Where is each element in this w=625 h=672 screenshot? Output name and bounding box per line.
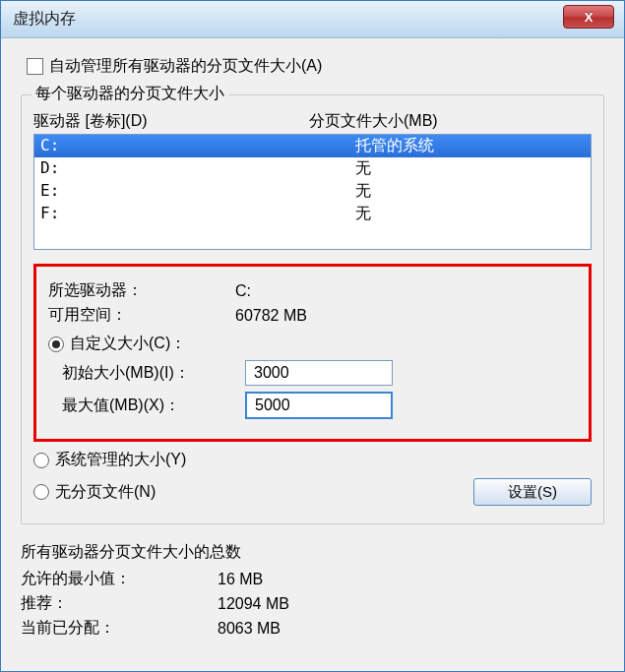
free-space-label: 可用空间： bbox=[48, 305, 235, 326]
drive-letter: E: bbox=[40, 181, 355, 202]
custom-size-highlight: 所选驱动器： C: 可用空间： 60782 MB 自定义大小(C)： 初始大小(… bbox=[33, 264, 592, 442]
selected-drive-label: 所选驱动器： bbox=[48, 280, 235, 301]
header-paging-col: 分页文件大小(MB) bbox=[309, 111, 592, 132]
set-button-label: 设置(S) bbox=[508, 483, 557, 502]
recommended-row: 推荐： 12094 MB bbox=[21, 593, 604, 614]
max-size-row: 最大值(MB)(X)： bbox=[48, 392, 577, 419]
drive-row-f[interactable]: F: 无 bbox=[34, 203, 591, 225]
close-button[interactable]: X bbox=[563, 5, 614, 29]
current-value: 8063 MB bbox=[218, 620, 281, 638]
current-label: 当前已分配： bbox=[21, 618, 218, 639]
system-managed-radio[interactable]: 系统管理的大小(Y) bbox=[33, 450, 592, 470]
custom-size-radio[interactable]: 自定义大小(C)： bbox=[48, 334, 577, 354]
drive-row-e[interactable]: E: 无 bbox=[34, 180, 591, 203]
recommended-label: 推荐： bbox=[21, 593, 218, 614]
system-managed-label: 系统管理的大小(Y) bbox=[55, 450, 186, 470]
content-area: 自动管理所有驱动器的分页文件大小(A) 每个驱动器的分页文件大小 驱动器 [卷标… bbox=[1, 38, 624, 652]
header-drive-col: 驱动器 [卷标](D) bbox=[33, 111, 309, 132]
min-label: 允许的最小值： bbox=[21, 569, 218, 589]
drive-paging: 无 bbox=[355, 204, 585, 224]
auto-manage-checkbox-row[interactable]: 自动管理所有驱动器的分页文件大小(A) bbox=[27, 56, 604, 77]
min-row: 允许的最小值： 16 MB bbox=[21, 569, 604, 589]
close-icon: X bbox=[585, 10, 594, 25]
drive-row-c[interactable]: C: 托管的系统 bbox=[34, 135, 591, 157]
drives-fieldset: 每个驱动器的分页文件大小 驱动器 [卷标](D) 分页文件大小(MB) C: 托… bbox=[21, 94, 604, 524]
virtual-memory-dialog: 虚拟内存 X 自动管理所有驱动器的分页文件大小(A) 每个驱动器的分页文件大小 … bbox=[0, 0, 625, 672]
no-paging-radio[interactable]: 无分页文件(N) bbox=[33, 482, 468, 503]
auto-manage-label: 自动管理所有驱动器的分页文件大小(A) bbox=[49, 56, 322, 77]
initial-size-input[interactable] bbox=[245, 360, 393, 386]
max-size-label: 最大值(MB)(X)： bbox=[48, 396, 245, 416]
current-row: 当前已分配： 8063 MB bbox=[21, 618, 604, 639]
other-options: 系统管理的大小(Y) 无分页文件(N) 设置(S) bbox=[33, 450, 592, 506]
window-title: 虚拟内存 bbox=[1, 9, 76, 30]
titlebar: 虚拟内存 X bbox=[1, 1, 624, 38]
drive-paging: 无 bbox=[355, 181, 585, 202]
totals-heading: 所有驱动器分页文件大小的总数 bbox=[21, 542, 604, 563]
initial-size-row: 初始大小(MB)(I)： bbox=[48, 360, 577, 386]
drive-row-d[interactable]: D: 无 bbox=[34, 157, 591, 180]
checkbox-icon bbox=[27, 58, 43, 75]
free-space-value: 60782 MB bbox=[235, 307, 307, 325]
drive-list[interactable]: C: 托管的系统 D: 无 E: 无 F: 无 bbox=[33, 134, 592, 250]
selected-drive-row: 所选驱动器： C: bbox=[48, 280, 577, 301]
selected-drive-value: C: bbox=[235, 282, 251, 300]
set-button[interactable]: 设置(S) bbox=[473, 478, 592, 506]
recommended-value: 12094 MB bbox=[218, 595, 289, 613]
initial-size-label: 初始大小(MB)(I)： bbox=[48, 363, 245, 384]
max-size-input[interactable] bbox=[245, 392, 393, 419]
radio-icon bbox=[48, 336, 64, 352]
custom-size-label: 自定义大小(C)： bbox=[70, 334, 186, 354]
radio-icon bbox=[33, 484, 49, 500]
no-paging-radio-row: 无分页文件(N) 设置(S) bbox=[33, 478, 592, 506]
min-value: 16 MB bbox=[218, 571, 263, 588]
drive-paging: 无 bbox=[355, 158, 585, 179]
free-space-row: 可用空间： 60782 MB bbox=[48, 305, 577, 326]
radio-icon bbox=[33, 453, 49, 468]
no-paging-label: 无分页文件(N) bbox=[55, 482, 156, 503]
drives-legend: 每个驱动器的分页文件大小 bbox=[31, 84, 228, 104]
drive-paging: 托管的系统 bbox=[355, 136, 585, 156]
drive-letter: C: bbox=[40, 136, 355, 156]
drive-letter: D: bbox=[40, 158, 355, 179]
totals-section: 所有驱动器分页文件大小的总数 允许的最小值： 16 MB 推荐： 12094 M… bbox=[21, 542, 604, 639]
drive-letter: F: bbox=[40, 204, 355, 224]
drive-list-header: 驱动器 [卷标](D) 分页文件大小(MB) bbox=[33, 111, 592, 132]
